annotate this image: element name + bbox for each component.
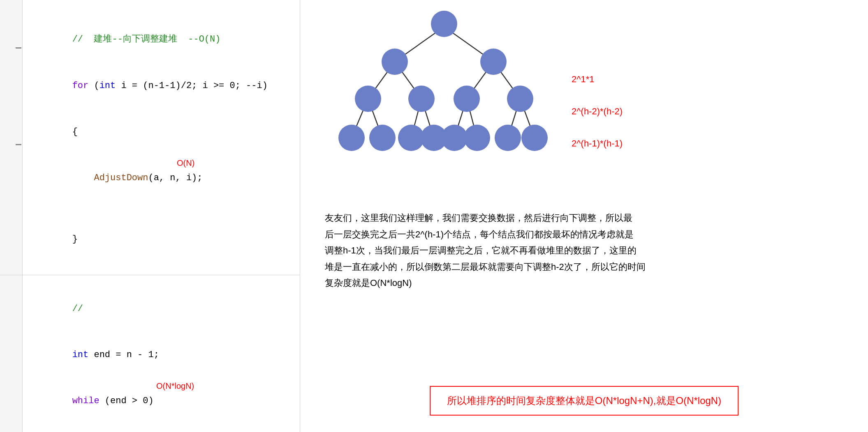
on-annotation-1: O(N)	[177, 156, 194, 170]
tree-node-root	[431, 11, 457, 37]
tree-node-l3-1	[355, 86, 381, 112]
adjustdown-line-1: AdjustDown(a, n, i); O(N)	[29, 155, 275, 217]
tree-node-l4-1	[338, 125, 365, 151]
while-keyword: while	[72, 396, 100, 406]
explanation-text: 友友们，这里我们这样理解，我们需要交换数据，然后进行向下调整，所以最 后一层交换…	[325, 210, 777, 291]
tree-node-l3-4	[507, 86, 533, 112]
while-line: while (end > 0) O(N*logN)	[29, 378, 275, 432]
comment-line-1: // 建堆--向下调整建堆 --O(N)	[29, 16, 275, 63]
brace-open-1: {	[29, 109, 275, 155]
tree-container	[325, 8, 563, 206]
tree-ann-level3: 2^(h-1)*(h-1)	[572, 138, 623, 149]
tree-node-l2-2	[480, 49, 507, 75]
tree-node-l4-5	[441, 125, 468, 151]
tree-node-l4-8	[521, 125, 548, 151]
int-keyword-1: int	[100, 81, 116, 91]
for-rest: i = (n-1-1)/2; i >= 0; --i)	[116, 81, 268, 91]
code-section-1: // 建堆--向下调整建堆 --O(N) for (int i = (n-1-1…	[0, 12, 300, 275]
tree-node-l4-2	[369, 125, 396, 151]
tree-annotations: 2^1*1 2^(h-2)*(h-2) 2^(h-1)*(h-1)	[572, 33, 623, 170]
comment-text-1: // 建堆--向下调整建堆 --O(N)	[72, 34, 221, 44]
for-paren-open: (	[94, 81, 99, 91]
adjustdown-call-1: AdjustDown	[72, 173, 148, 183]
tree-node-l2-1	[382, 49, 408, 75]
explanation-content: 友友们，这里我们这样理解，我们需要交换数据，然后进行向下调整，所以最 后一层交换…	[325, 213, 646, 288]
code-panel: // 建堆--向下调整建堆 --O(N) for (int i = (n-1-1…	[0, 0, 300, 432]
tree-node-l4-6	[464, 125, 490, 151]
on-annotation-2: O(N*logN)	[156, 379, 194, 393]
code-section-2: // int end = n - 1; while (end > 0) O(N*…	[0, 275, 300, 432]
right-panel: 2^1*1 2^(h-2)*(h-2) 2^(h-1)*(h-1) 友友们，这里…	[300, 0, 868, 432]
tree-svg	[325, 8, 563, 206]
tree-node-l3-2	[408, 86, 435, 112]
tree-node-l3-3	[454, 86, 480, 112]
tree-node-l4-3	[398, 125, 424, 151]
bottom-summary-box: 所以堆排序的时间复杂度整体就是O(N*logN+N),就是O(N*logN)	[430, 386, 738, 416]
for-line: for (int i = (n-1-1)/2; i >= 0; --i)	[29, 63, 275, 109]
tree-ann-level1: 2^1*1	[572, 74, 623, 85]
main-container: // 建堆--向下调整建堆 --O(N) for (int i = (n-1-1…	[0, 0, 868, 432]
comment-line-2: //	[29, 286, 275, 332]
bottom-summary-text: 所以堆排序的时间复杂度整体就是O(N*logN+N),就是O(N*logN)	[447, 395, 721, 406]
brace-close-1: }	[29, 216, 275, 262]
int-end-line: int end = n - 1;	[29, 332, 275, 378]
tree-node-l4-7	[495, 125, 521, 151]
for-keyword: for	[72, 81, 94, 91]
tree-ann-level2: 2^(h-2)*(h-2)	[572, 106, 623, 117]
int-keyword-2: int	[72, 350, 89, 360]
comment-text-2: //	[72, 304, 83, 314]
